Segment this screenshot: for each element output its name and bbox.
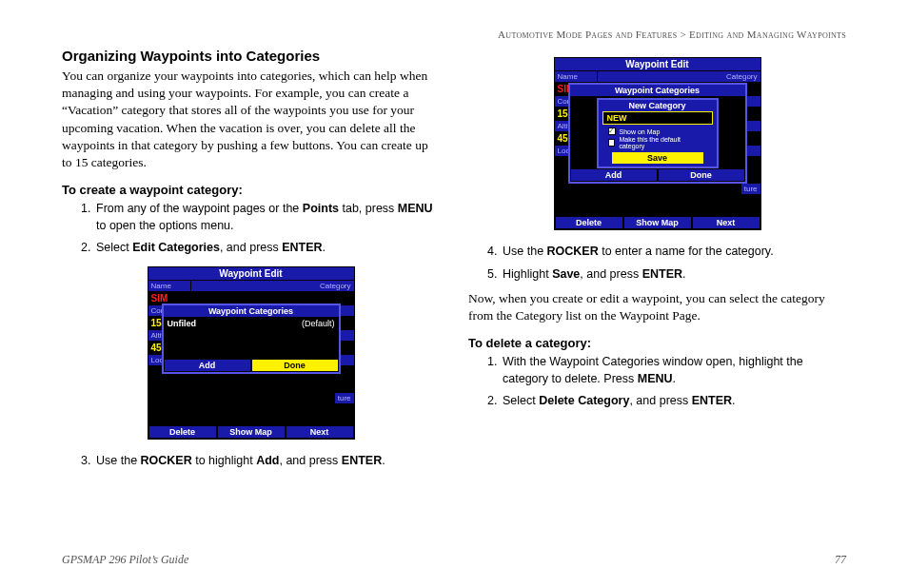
delete-button[interactable]: Delete bbox=[555, 216, 623, 229]
list-item: From any of the waypoint pages or the Po… bbox=[94, 201, 440, 234]
breadcrumb-sep: > bbox=[677, 29, 689, 40]
done-button[interactable]: Done bbox=[658, 168, 745, 182]
add-button[interactable]: Add bbox=[164, 359, 251, 372]
show-map-button[interactable]: Show Map bbox=[217, 425, 286, 439]
section-heading: Organizing Waypoints into Categories bbox=[62, 48, 440, 64]
category-label: Category bbox=[598, 71, 760, 82]
checkbox-icon[interactable]: ✓ bbox=[608, 127, 616, 135]
default-tag: (Default) bbox=[302, 319, 335, 340]
default-category-label: Make this the default category bbox=[619, 136, 706, 149]
breadcrumb-part2: Editing and Managing Waypoints bbox=[689, 29, 846, 40]
checkbox-icon[interactable] bbox=[608, 139, 616, 147]
add-button[interactable]: Add bbox=[570, 168, 658, 182]
unfiled-item[interactable]: Unfiled bbox=[168, 319, 197, 340]
name-label: Name bbox=[555, 71, 598, 82]
breadcrumb-part1: Automotive Mode Pages and Features bbox=[498, 29, 677, 40]
show-map-button[interactable]: Show Map bbox=[623, 216, 692, 229]
list-item: Use the ROCKER to enter a name for the c… bbox=[501, 244, 846, 261]
list-item: Use the ROCKER to highlight Add, and pre… bbox=[94, 453, 440, 470]
left-column: Organizing Waypoints into Categories You… bbox=[62, 48, 440, 475]
partial-label: ture bbox=[741, 184, 760, 194]
create-steps-list-right: Use the ROCKER to enter a name for the c… bbox=[468, 244, 846, 283]
page-number: 77 bbox=[835, 553, 846, 567]
delete-steps-list: With the Waypoint Categories window open… bbox=[468, 354, 846, 410]
next-button[interactable]: Next bbox=[692, 216, 760, 229]
popup-title: Waypoint Categories bbox=[164, 305, 339, 317]
page-footer: GPSMAP 296 Pilot’s Guide 77 bbox=[62, 553, 846, 567]
show-on-map-label: Show on Map bbox=[620, 128, 661, 135]
device-screenshot-1: Waypoint Edit Name Category SIM Comment … bbox=[148, 266, 355, 440]
list-item: With the Waypoint Categories window open… bbox=[501, 354, 846, 387]
right-column: Waypoint Edit Name Category SIM Comment … bbox=[468, 48, 846, 475]
after-paragraph: Now, when you create or edit a waypoint,… bbox=[468, 290, 846, 324]
partial-label: ture bbox=[335, 393, 354, 403]
new-category-field[interactable]: NEW bbox=[602, 111, 713, 125]
inner-popup-title: New Category bbox=[599, 100, 717, 111]
next-button[interactable]: Next bbox=[286, 425, 354, 439]
intro-paragraph: You can organize your waypoints into cat… bbox=[62, 68, 440, 171]
popup-title: Waypoint Categories bbox=[570, 85, 745, 96]
device-title: Waypoint Edit bbox=[555, 58, 760, 71]
breadcrumb: Automotive Mode Pages and Features > Edi… bbox=[62, 29, 846, 40]
name-label: Name bbox=[148, 281, 191, 291]
list-item: Highlight Save, and press ENTER. bbox=[501, 266, 846, 284]
create-steps-list-cont: Use the ROCKER to highlight Add, and pre… bbox=[62, 453, 440, 470]
category-label: Category bbox=[191, 281, 354, 291]
create-subhead: To create a waypoint category: bbox=[62, 183, 440, 197]
delete-button[interactable]: Delete bbox=[148, 425, 217, 439]
done-button[interactable]: Done bbox=[251, 359, 339, 372]
create-steps-list: From any of the waypoint pages or the Po… bbox=[62, 201, 440, 257]
list-item: Select Delete Category, and press ENTER. bbox=[501, 393, 846, 410]
guide-title: GPSMAP 296 Pilot’s Guide bbox=[62, 553, 188, 567]
save-button[interactable]: Save bbox=[612, 152, 703, 164]
list-item: Select Edit Categories, and press ENTER. bbox=[94, 240, 440, 257]
delete-subhead: To delete a category: bbox=[468, 336, 846, 350]
device-title: Waypoint Edit bbox=[148, 267, 354, 281]
device-screenshot-2: Waypoint Edit Name Category SIM Comment … bbox=[554, 57, 761, 230]
